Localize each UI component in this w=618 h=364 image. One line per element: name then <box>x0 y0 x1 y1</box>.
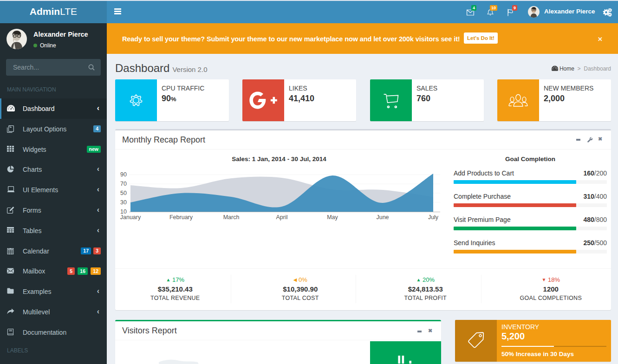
svg-text:January: January <box>120 214 141 221</box>
svg-text:June: June <box>376 214 389 221</box>
svg-text:50: 50 <box>120 190 127 196</box>
svg-text:February: February <box>169 214 193 221</box>
svg-text:April: April <box>276 214 287 221</box>
svg-text:70: 70 <box>120 181 127 187</box>
svg-text:July: July <box>428 214 439 221</box>
svg-text:30: 30 <box>120 199 127 206</box>
svg-text:March: March <box>223 214 240 221</box>
svg-text:90: 90 <box>120 171 127 178</box>
svg-text:May: May <box>327 214 338 221</box>
